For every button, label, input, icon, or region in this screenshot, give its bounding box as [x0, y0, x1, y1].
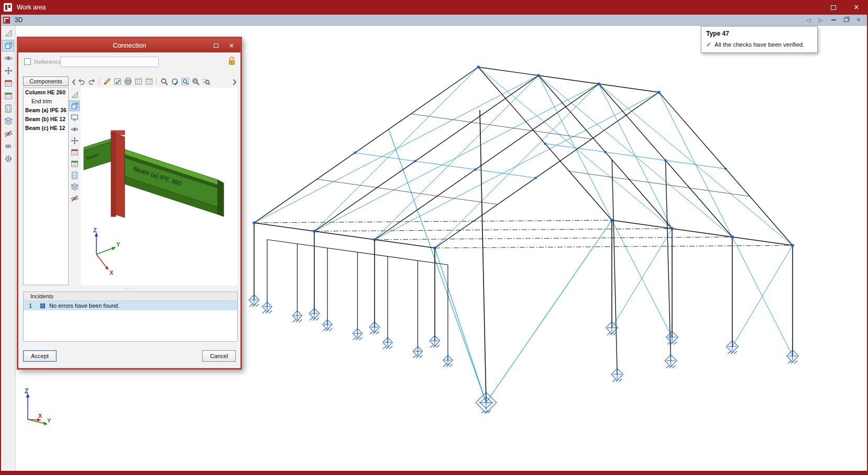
- triangle-ruler-icon[interactable]: [2, 27, 14, 39]
- redo-icon[interactable]: [87, 77, 96, 86]
- resize-grip[interactable]: ····: [18, 286, 240, 290]
- restore-icon: [844, 18, 849, 22]
- layers-icon[interactable]: [70, 182, 79, 191]
- view-tab-icon: [3, 17, 10, 24]
- axis-z-label: Z: [25, 387, 28, 395]
- tooltip-message: All the checks have been verified.: [715, 41, 804, 48]
- incident-info-icon: [40, 304, 45, 308]
- layers-icon[interactable]: [2, 115, 14, 127]
- preview-toolbar: [69, 90, 80, 203]
- dialog-toolbar: [76, 76, 211, 87]
- prev-view-button[interactable]: ◁: [805, 17, 811, 24]
- main-left-toolbar: 3D: [1, 26, 16, 471]
- minimize-icon: [831, 19, 836, 20]
- axis-x-label: X: [38, 413, 42, 419]
- toolbar-separator: [99, 78, 100, 85]
- monitor-icon[interactable]: [70, 113, 79, 122]
- zoom-extents-icon[interactable]: [180, 77, 190, 86]
- lock-icon[interactable]: [228, 56, 236, 66]
- pan-icon[interactable]: [2, 65, 14, 77]
- toolbar-separator: [156, 78, 157, 85]
- component-item-end-trim[interactable]: End trim: [24, 97, 68, 106]
- axis-y-label: Y: [47, 417, 51, 424]
- accept-button[interactable]: Accept: [23, 350, 57, 362]
- dialog-maximize-button[interactable]: [209, 40, 223, 51]
- tooltip-title: Type 47: [706, 30, 812, 37]
- connection-dialog: Connection × Reference Components: [17, 37, 242, 370]
- report-red-icon[interactable]: [70, 147, 79, 157]
- incident-message: No errors have been found.: [49, 303, 119, 309]
- expand-arrow-icon[interactable]: [229, 77, 239, 87]
- cube-3d-icon[interactable]: [2, 40, 14, 51]
- maximize-button[interactable]: [822, 0, 845, 15]
- calc-icon[interactable]: [70, 170, 79, 180]
- calc-icon[interactable]: [2, 103, 14, 114]
- reference-label: Reference: [34, 59, 62, 65]
- incidents-panel: Incidents 1 No errors have been found.: [23, 292, 238, 342]
- gear-icon[interactable]: [2, 153, 14, 165]
- report-green-icon[interactable]: [70, 159, 79, 168]
- report-green-icon[interactable]: [2, 90, 14, 102]
- triangle-ruler-icon[interactable]: [70, 90, 79, 99]
- connection-3d-preview[interactable]: Beam Beam (a) IPE 360: [81, 88, 237, 285]
- eye-icon[interactable]: [70, 124, 79, 134]
- window-controls: ×: [822, 0, 868, 15]
- check-report-icon[interactable]: [113, 77, 122, 86]
- zoom-out-icon[interactable]: [191, 77, 200, 86]
- preview-axis-triad: Z Y X: [93, 227, 120, 276]
- window-border-bottom: [0, 471, 868, 475]
- close-button[interactable]: ×: [845, 0, 868, 15]
- component-item-column[interactable]: Column HE 260: [24, 88, 68, 97]
- report-red-icon[interactable]: [2, 78, 14, 89]
- eye-icon[interactable]: [2, 52, 14, 64]
- visibility-off-icon[interactable]: [2, 128, 14, 139]
- window-title: Work area: [17, 4, 46, 11]
- visibility-off-icon[interactable]: [70, 193, 79, 203]
- verification-tooltip: Type 47 ✓ All the checks have been verif…: [701, 26, 818, 53]
- close-view-button[interactable]: ×: [855, 17, 862, 23]
- tab-3d[interactable]: 3D: [15, 16, 23, 24]
- pencil-icon[interactable]: [102, 77, 112, 86]
- orbit-icon[interactable]: [170, 77, 179, 86]
- restore-view-button[interactable]: [843, 18, 849, 22]
- undo-icon[interactable]: [76, 77, 86, 86]
- dialog-body: Reference Components Column HE 260 E: [18, 52, 240, 368]
- dialog-title: Connection: [113, 42, 146, 49]
- components-tab[interactable]: Components: [23, 77, 69, 86]
- incident-index: 1: [24, 303, 37, 309]
- check-icon: ✓: [706, 41, 711, 48]
- view-controls: ◁ ▷ ×: [805, 17, 862, 24]
- cancel-button[interactable]: Cancel: [202, 350, 236, 362]
- incident-row[interactable]: 1 No errors have been found.: [24, 301, 237, 310]
- minimize-view-button[interactable]: [830, 19, 837, 20]
- axis-y-label: Y: [116, 241, 120, 247]
- dialog-titlebar[interactable]: Connection ×: [18, 38, 240, 52]
- app-logo-icon: [4, 3, 12, 12]
- titlebar: Work area ×: [0, 0, 868, 15]
- print-icon[interactable]: [123, 77, 133, 86]
- maximize-icon: [214, 44, 218, 48]
- connection-model: Beam Beam (a) IPE 360: [81, 88, 237, 285]
- component-item-beam-b[interactable]: Beam (b) HE 12: [24, 115, 68, 124]
- component-item-beam-a[interactable]: Beam (a) IPE 36: [24, 106, 68, 115]
- component-item-beam-c[interactable]: Beam (c) HE 12: [24, 124, 68, 133]
- maximize-icon: [831, 5, 836, 10]
- reference-checkbox[interactable]: [24, 58, 31, 65]
- report-icon[interactable]: [134, 77, 143, 86]
- pan-icon[interactable]: [70, 136, 79, 145]
- dialog-close-button[interactable]: ×: [225, 40, 238, 51]
- view-tabbar: 3D ◁ ▷ ×: [0, 15, 868, 26]
- window-border-left: [0, 15, 1, 475]
- zoom-window-icon[interactable]: [201, 77, 211, 86]
- next-view-button[interactable]: ▷: [818, 17, 824, 24]
- view-3d-icon[interactable]: 3D: [2, 141, 14, 152]
- components-list: Column HE 260 End trim Beam (a) IPE 36 B…: [23, 88, 69, 285]
- reference-input[interactable]: [60, 57, 159, 67]
- axis-z-label: Z: [93, 227, 97, 233]
- incidents-header: Incidents: [24, 292, 237, 301]
- cube-3d-icon[interactable]: [70, 101, 79, 111]
- export-table-icon[interactable]: [144, 77, 153, 86]
- axis-x-label: X: [109, 269, 114, 276]
- search-icon[interactable]: [159, 77, 169, 86]
